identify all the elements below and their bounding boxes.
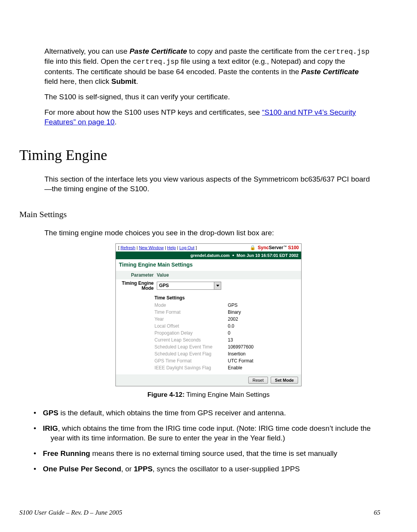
table-row: ModeGPS: [154, 302, 301, 309]
time-settings-table: Time Settings ModeGPSTime FormatBinaryYe…: [154, 292, 301, 374]
header-param: Parameter: [119, 272, 157, 278]
setting-value: GPS: [228, 303, 237, 308]
intro-para-1: Alternatively, you can use Paste Certifi…: [44, 46, 373, 87]
setting-key: Year: [154, 316, 228, 322]
list-item: One Pulse Per Second, or 1PPS, syncs the…: [34, 464, 373, 474]
subsection-title: Main Settings: [19, 209, 373, 219]
setting-key: Time Format: [154, 309, 228, 315]
table-row: Propogation Delay0: [154, 330, 301, 337]
header-value: Value: [157, 272, 298, 278]
dot-icon: [232, 255, 234, 256]
logo-server: Server: [269, 245, 283, 250]
intro-para-2: The S100 is self-signed, thus it can ver…: [44, 92, 373, 102]
link-help[interactable]: Help: [167, 245, 176, 250]
setting-key: Propogation Delay: [154, 330, 228, 336]
lock-icon: 🔒: [250, 245, 256, 250]
setting-value: 13: [228, 337, 233, 343]
figure-label: Figure 4-12:: [147, 391, 185, 398]
screenshot-title: Timing Engine Main Settings: [116, 259, 301, 271]
set-mode-button[interactable]: Set Mode: [271, 377, 298, 384]
reset-button[interactable]: Reset: [248, 377, 268, 384]
table-row: Time FormatBinary: [154, 309, 301, 316]
section-intro: This section of the interface lets you v…: [44, 174, 373, 194]
setting-key: Scheduled Leap Event Flag: [154, 351, 228, 357]
list-item: GPS is the default, which obtains the ti…: [34, 408, 373, 418]
list-item: Free Running means there is no external …: [34, 449, 373, 459]
logo-tm: ™: [283, 245, 287, 249]
table-row: GPS Time FormatUTC Format: [154, 357, 301, 364]
table-row: Year2002: [154, 316, 301, 323]
chevron-down-icon: [214, 282, 221, 289]
list-item: IRIG, which obtains the time from the IR…: [34, 423, 373, 443]
logo-model: S100: [288, 245, 299, 250]
screenshot-footer: Reset Set Mode: [116, 374, 301, 386]
table-row: Current Leap Seconds13: [154, 337, 301, 343]
logo: 🔒 SyncServer™ S100: [250, 245, 299, 250]
header-row: Parameter Value: [116, 271, 301, 279]
engine-label: Timing Engine Mode: [119, 281, 157, 291]
link-refresh[interactable]: Refresh: [120, 245, 136, 250]
topbar-links: [ Refresh | New Window | Help | Log Out …: [118, 245, 197, 250]
setting-key: Scheduled Leap Event Time: [154, 344, 228, 350]
time-settings-rows: ModeGPSTime FormatBinaryYear2002Local Of…: [154, 302, 301, 371]
logo-sync: Sync: [258, 245, 269, 250]
figure-text: Timing Engine Main Settings: [186, 391, 270, 398]
section-title: Timing Engine: [19, 146, 373, 163]
engine-mode-value: GPS: [157, 282, 214, 289]
footer-left: S100 User Guide – Rev. D – June 2005: [19, 509, 122, 517]
status-host: grendel.datum.com: [190, 253, 229, 258]
figure-caption: Figure 4-12: Timing Engine Main Settings: [44, 391, 373, 399]
table-row: Local Offset0.0: [154, 323, 301, 330]
status-time: Mon Jun 10 16:57:01 EDT 2002: [237, 253, 298, 258]
time-settings-heading: Time Settings: [154, 294, 301, 302]
table-row: Scheduled Leap Event FlagInsertion: [154, 350, 301, 357]
subsection-intro: The timing engine mode choices you see i…: [44, 228, 373, 238]
setting-value: Insertion: [228, 351, 246, 357]
setting-value: 0.0: [228, 323, 234, 329]
setting-key: IEEE Daylight Savings Flag: [154, 365, 228, 371]
screenshot: [ Refresh | New Window | Help | Log Out …: [115, 243, 302, 386]
setting-key: Current Leap Seconds: [154, 337, 228, 343]
link-new-window[interactable]: New Window: [139, 245, 164, 250]
bullet-list: GPS is the default, which obtains the ti…: [44, 408, 373, 474]
engine-row: Timing Engine Mode GPS: [116, 279, 301, 292]
setting-value: UTC Format: [228, 358, 253, 364]
setting-key: GPS Time Format: [154, 358, 228, 364]
footer-page-number: 65: [374, 509, 380, 517]
page-footer: S100 User Guide – Rev. D – June 2005 65: [19, 509, 380, 517]
setting-value: 0: [228, 330, 231, 336]
setting-key: Local Offset: [154, 323, 228, 329]
engine-mode-select[interactable]: GPS: [157, 282, 221, 290]
table-row: IEEE Daylight Savings FlagEnable: [154, 364, 301, 371]
setting-value: Enable: [228, 365, 242, 371]
setting-value: 1069977600: [228, 344, 254, 350]
intro-para-3: For more about how the S100 uses NTP key…: [44, 107, 373, 127]
setting-value: 2002: [228, 316, 238, 322]
status-bar: grendel.datum.com Mon Jun 10 16:57:01 ED…: [116, 252, 301, 259]
setting-value: Binary: [228, 309, 241, 315]
link-log-out[interactable]: Log Out: [179, 245, 194, 250]
table-row: Scheduled Leap Event Time1069977600: [154, 343, 301, 350]
setting-key: Mode: [154, 303, 228, 308]
